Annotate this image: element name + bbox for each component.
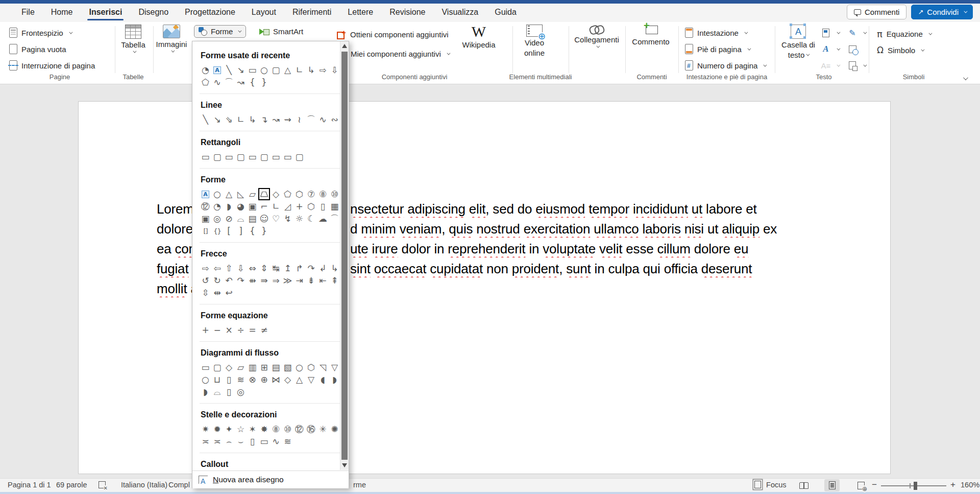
shape-cell[interactable]: ⇦	[211, 262, 223, 274]
shape-cell[interactable]: ⊕	[258, 373, 270, 386]
shape-cell[interactable]: ⇩	[329, 64, 340, 76]
shape-cell[interactable]: ✹	[211, 423, 223, 435]
date-time-button[interactable]	[847, 43, 857, 55]
shape-cell[interactable]: ≠	[258, 324, 270, 336]
shape-cell[interactable]: ◕	[235, 200, 247, 213]
shape-cell[interactable]: +	[200, 324, 211, 336]
footer-button[interactable]: Piè di pagina	[685, 43, 750, 55]
menu-tab-progettazione[interactable]: Progettazione	[177, 4, 243, 22]
shape-cell[interactable]: ▤	[247, 213, 258, 225]
shape-cell[interactable]: ✸	[258, 423, 270, 435]
page-number-button[interactable]: Numero di pagina	[685, 59, 766, 72]
shape-cell[interactable]: ▭	[247, 64, 258, 76]
object-button[interactable]	[847, 59, 866, 72]
menu-tab-home[interactable]: Home	[43, 4, 81, 22]
web-layout-button[interactable]	[853, 479, 869, 491]
menu-tab-riferimenti[interactable]: Riferimenti	[284, 4, 339, 22]
shape-cell[interactable]: ⇩	[235, 262, 247, 274]
shapes-menu-scrollbar[interactable]	[340, 41, 349, 470]
shape-cell[interactable]: A	[200, 188, 211, 200]
zoom-slider-thumb[interactable]	[914, 482, 917, 490]
shape-cell[interactable]: ⌒	[223, 76, 235, 88]
shape-cell[interactable]: ↺	[200, 274, 211, 287]
document-text-line[interactable]: d minim veniam, quis nostrud exercitatio…	[350, 220, 866, 238]
menu-tab-inserisci[interactable]: Inserisci	[81, 4, 130, 22]
shape-cell[interactable]: ÷	[235, 324, 247, 336]
shape-cell[interactable]: {}	[211, 225, 223, 237]
shape-cell[interactable]: ✦	[223, 423, 235, 435]
shape-cell[interactable]: ▤	[270, 361, 282, 373]
get-addins-button[interactable]: Ottieni componenti aggiuntivi	[337, 28, 449, 40]
shape-cell[interactable]: []	[200, 225, 211, 237]
shape-cell[interactable]: ⇝	[282, 113, 293, 126]
shape-cell[interactable]: ▭	[200, 151, 211, 163]
shape-cell[interactable]: ⇔	[247, 262, 258, 274]
shape-cell[interactable]: ⑩	[329, 188, 340, 200]
shape-cell[interactable]: ○	[258, 64, 270, 76]
shape-cell[interactable]: ▢	[258, 151, 270, 163]
shape-cell[interactable]: △	[293, 373, 305, 386]
shape-cell[interactable]: ∟	[293, 64, 305, 76]
shape-cell[interactable]: ⬠	[200, 76, 211, 88]
wordart-button[interactable]: A	[821, 43, 839, 55]
shape-cell[interactable]: ⇛	[258, 274, 270, 287]
shape-cell[interactable]: ⑦	[305, 188, 317, 200]
shape-cell[interactable]: ⇒	[270, 274, 282, 287]
shape-cell[interactable]: ▭	[247, 151, 258, 163]
shape-cell[interactable]: ▯	[223, 386, 235, 398]
shape-cell[interactable]: ⇻	[247, 274, 258, 287]
read-mode-button[interactable]	[796, 479, 812, 491]
shape-cell[interactable]: ↹	[270, 262, 282, 274]
shape-cell[interactable]: ↯	[282, 213, 293, 225]
shape-cell[interactable]: ↴	[258, 113, 270, 126]
shape-cell[interactable]: ≍	[211, 435, 223, 448]
shape-cell[interactable]: ∿	[211, 76, 223, 88]
page-indicator[interactable]: Pagina 1 di 1	[8, 481, 51, 489]
quick-parts-button[interactable]	[821, 27, 839, 39]
shape-cell[interactable]: ☁	[317, 213, 329, 225]
shape-cell[interactable]: ⊘	[223, 213, 235, 225]
shape-cell[interactable]: ☆	[235, 423, 247, 435]
drop-cap-button[interactable]: A≡	[821, 59, 839, 72]
shape-cell[interactable]: ↝	[235, 76, 247, 88]
shape-cell[interactable]: ▯	[223, 373, 235, 386]
shape-cell[interactable]: ↳	[247, 113, 258, 126]
shape-cell[interactable]: ○	[200, 373, 211, 386]
shape-cell[interactable]: ○	[293, 361, 305, 373]
shape-cell[interactable]: ✺	[329, 423, 340, 435]
wikipedia-button[interactable]: W Wikipedia	[462, 25, 496, 49]
menu-tab-revisione[interactable]: Revisione	[381, 4, 433, 22]
shape-cell[interactable]: =	[247, 324, 258, 336]
language-indicator[interactable]: Italiano (Italia)	[121, 481, 167, 489]
scrollbar-thumb[interactable]	[341, 52, 348, 460]
scroll-up-arrow-icon[interactable]	[342, 44, 347, 48]
shape-cell[interactable]: ▯	[247, 435, 258, 448]
shape-cell[interactable]: ↘	[211, 113, 223, 126]
shape-cell[interactable]: △	[223, 188, 235, 200]
shape-cell[interactable]: ◗	[200, 386, 211, 398]
shape-cell[interactable]: ↥	[282, 262, 293, 274]
my-addins-button[interactable]: Miei componenti aggiuntivi	[351, 48, 449, 60]
shape-cell[interactable]: ☾	[305, 213, 317, 225]
zoom-in-button[interactable]: +	[950, 480, 955, 490]
shape-cell[interactable]: ⑫	[293, 423, 305, 435]
collapse-ribbon-button[interactable]	[962, 73, 967, 82]
shape-cell[interactable]: ▱	[247, 188, 258, 200]
shape-cell[interactable]: ⊞	[258, 361, 270, 373]
shape-cell[interactable]: ⌓	[211, 386, 223, 398]
shapes-button[interactable]: Forme	[194, 25, 246, 38]
shape-cell[interactable]: ⇧	[223, 262, 235, 274]
new-comment-button[interactable]: Commento	[632, 25, 670, 46]
shape-cell[interactable]: ◎	[235, 386, 247, 398]
shape-cell[interactable]: ↳	[329, 262, 340, 274]
smartart-button[interactable]: SmartArt	[259, 27, 303, 36]
shape-cell[interactable]: ⌣	[235, 435, 247, 448]
shape-cell[interactable]: ∿	[270, 435, 282, 448]
shape-cell[interactable]: ✶	[247, 423, 258, 435]
shape-cell[interactable]: ]	[235, 225, 247, 237]
shape-cell[interactable]: ▭	[282, 151, 293, 163]
focus-mode-button[interactable]: Focus	[754, 481, 787, 489]
shape-cell[interactable]: ×	[223, 324, 235, 336]
shape-cell[interactable]: ⌢	[223, 435, 235, 448]
shape-cell[interactable]: ⇤	[317, 274, 329, 287]
